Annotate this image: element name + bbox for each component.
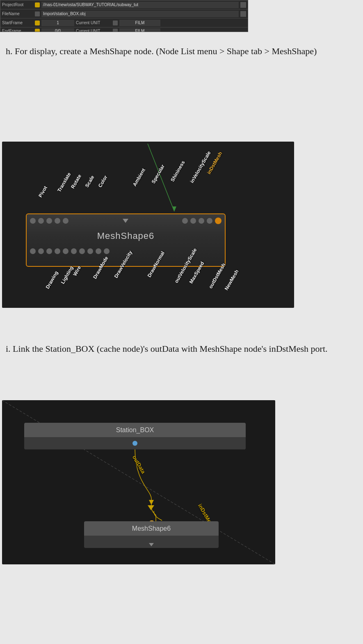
node-graph-2: Station_BOX outData inDstMesh MeshShape6 — [2, 400, 275, 564]
port-outdstmesh — [96, 248, 101, 254]
svg-marker-1 — [172, 206, 176, 211]
file-name-icon — [35, 11, 40, 16]
current-unit-label: Current UNIT — [76, 21, 113, 25]
start-frame-label: StartFrame — [2, 21, 35, 25]
port-maxspeed — [87, 248, 93, 254]
label-shininess: Shininess — [169, 160, 186, 183]
node-ports-top — [27, 214, 225, 227]
label-specular: Specular — [151, 164, 166, 185]
station-node-bottom — [24, 437, 246, 449]
meshshape-node-2-triangle — [149, 543, 154, 546]
svg-marker-3 — [149, 500, 154, 505]
port-shininess — [199, 218, 204, 224]
label-color: Color — [97, 174, 109, 188]
connection-arrow — [148, 505, 154, 510]
meshshape-node-2: MeshShape6 — [84, 521, 219, 548]
label-lighting: Lighting — [60, 265, 75, 285]
label-scale: Scale — [84, 174, 96, 188]
end-frame-icon — [35, 29, 40, 32]
label-rotate: Rotate — [70, 173, 82, 189]
end-frame-label: EndFrame — [2, 29, 35, 32]
label-drawing: Drawing — [45, 270, 59, 290]
current-unit-value: FILM — [119, 20, 160, 26]
end-current-unit-label: Current UNIT — [76, 29, 113, 32]
meshshape-node-2-bottom — [84, 536, 219, 548]
port-scale — [55, 218, 60, 224]
end-current-unit-value: FILM — [119, 28, 160, 32]
port-pivot — [30, 218, 36, 224]
port-newmesh — [104, 248, 110, 254]
instruction-h-text: h. For display, create a MeshShape node.… — [6, 46, 317, 56]
port-outvelocityscale — [79, 248, 85, 254]
node-graph-2-inner: Station_BOX outData inDstMesh MeshShape6 — [2, 400, 275, 564]
port-drawing — [30, 248, 36, 254]
outdata-label: outData — [131, 454, 146, 474]
port-lighting — [38, 248, 44, 254]
label-translate: Translate — [56, 172, 72, 193]
station-outdata-port — [132, 441, 137, 446]
instruction-h: h. For display, create a MeshShape node.… — [6, 45, 357, 58]
port-wire — [46, 248, 52, 254]
file-name-value: Import/station_BOX.obj — [41, 11, 239, 17]
project-root-label: ProjectRoot — [2, 2, 35, 7]
port-rotate — [46, 218, 52, 224]
top-screenshot: ProjectRoot //nas-01/new/osta/SUBWAY_TUT… — [0, 0, 248, 32]
meshshape-node-2-label: MeshShape6 — [132, 525, 171, 532]
port-specular — [190, 218, 196, 224]
file-name-label: FileName — [2, 11, 35, 16]
port-dropdown — [123, 219, 128, 223]
port-drawmode — [55, 248, 60, 254]
project-root-icon — [35, 2, 40, 7]
start-frame-value: 1 — [41, 20, 74, 26]
project-root-value: //nas-01/new/osta/SUBWAY_TUTORIAL/subway… — [41, 2, 239, 8]
project-root-end-icon — [240, 2, 246, 8]
node-graph-1-inner: Pivot Translate Rotate Scale Color Ambie… — [2, 142, 294, 308]
port-ambient — [182, 218, 188, 224]
port-indstmesh — [215, 218, 221, 224]
port-color — [63, 218, 68, 224]
port-drawnormal — [71, 248, 77, 254]
end-current-unit-icon — [113, 29, 118, 32]
station-node-label: Station_BOX — [116, 426, 154, 434]
current-unit-icon — [113, 21, 118, 25]
port-drawvelocity — [63, 248, 68, 254]
instruction-i: i. Link the Station_BOX (cache node)'s o… — [6, 343, 357, 355]
station-node-title: Station_BOX — [24, 423, 246, 437]
meshshape-label: MeshShape6 — [27, 227, 225, 245]
station-box-node: Station_BOX — [24, 423, 246, 449]
port-invelocityscale — [207, 218, 212, 224]
node-graph-1: Pivot Translate Rotate Scale Color Ambie… — [2, 142, 294, 308]
meshshape-node-2-title: MeshShape6 — [84, 521, 219, 536]
file-name-end-icon — [240, 11, 246, 17]
label-pivot: Pivot — [37, 185, 48, 198]
label-ambient: Ambient — [132, 167, 146, 188]
port-translate — [38, 218, 44, 224]
start-frame-icon — [35, 21, 40, 25]
end-frame-value: 0/0 — [41, 28, 74, 32]
instruction-i-text: i. Link the Station_BOX (cache node)'s o… — [6, 344, 328, 354]
label-newmesh: NewMesh — [224, 269, 240, 291]
